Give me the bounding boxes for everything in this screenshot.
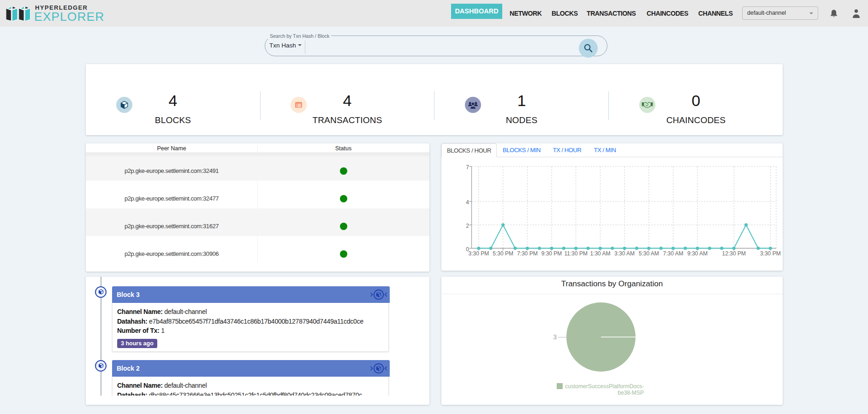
blocks-per-hour-line-chart: 02473:30 PM5:30 PM7:30 PM9:30 PM11:30 PM… xyxy=(441,157,783,271)
peer-row[interactable]: p2p.gke-europe.settlemint.com:30906 xyxy=(86,236,429,264)
blocks-count: 4 xyxy=(127,92,219,110)
chevron-down-icon xyxy=(809,12,813,14)
block-card-3[interactable]: Block 3 Channel Name: default-channel xyxy=(112,286,390,352)
chevron-down-icon[interactable] xyxy=(298,44,302,46)
status-column-header: Status xyxy=(257,145,429,152)
field-label: Channel Name: xyxy=(117,308,163,315)
legend-label-line2: be38-MSP xyxy=(618,390,644,396)
search-label: Search by Txn Hash / Block xyxy=(268,33,331,39)
peers-table-card: Peer Name Status p2p.gke-europe.settlemi… xyxy=(86,143,429,272)
peer-name-column-header: Peer Name xyxy=(86,145,257,152)
svg-text:9:30 PM: 9:30 PM xyxy=(541,250,562,257)
stat-divider xyxy=(608,91,609,120)
navbar: HYPERLEDGER EXPLORER DASHBOARD NETWORK B… xyxy=(0,0,868,27)
search-divider xyxy=(305,41,305,54)
notifications-bell-icon[interactable] xyxy=(830,9,838,18)
svg-text:5:30 PM: 5:30 PM xyxy=(493,250,513,257)
page: HYPERLEDGER EXPLORER DASHBOARD NETWORK B… xyxy=(0,0,868,414)
pie-legend[interactable]: customerSuccessPlatformDocs- be38-MSP xyxy=(534,383,644,396)
peer-row[interactable]: p2p.gke-europe.settlemint.com:32491 xyxy=(86,153,429,181)
blocks-timeline-clip: Block 3 Channel Name: default-channel xyxy=(86,277,429,396)
nav-channels[interactable]: CHANNELS xyxy=(698,0,733,27)
nodes-count: 1 xyxy=(476,92,568,110)
peer-status-dot xyxy=(340,195,347,202)
stat-divider xyxy=(260,91,261,120)
svg-text:4: 4 xyxy=(466,199,469,206)
tx-by-org-pie-chart: 3 xyxy=(441,294,783,382)
stats-card: 4 BLOCKS 4 TRANSACTIONS xyxy=(86,64,783,135)
svg-text:1:30 AM: 1:30 AM xyxy=(590,250,610,257)
block-datahash: dbc88c45c732666e3e13bdc50251c2fc1c5d0fbd… xyxy=(149,391,362,396)
peer-status-dot xyxy=(340,250,347,258)
legend-swatch xyxy=(557,383,563,389)
peer-name: p2p.gke-europe.settlemint.com:30906 xyxy=(86,250,257,257)
tab-blocks-per-hour[interactable]: BLOCKS / HOUR xyxy=(441,143,497,157)
svg-text:12:30 PM: 12:30 PM xyxy=(722,250,746,257)
nav-network[interactable]: NETWORK xyxy=(510,0,542,27)
svg-text:3: 3 xyxy=(553,333,557,341)
block-2-body: Channel Name: default-channel Datahash: … xyxy=(112,377,389,396)
transactions-count: 4 xyxy=(301,92,393,110)
block-2-header: Block 2 xyxy=(112,360,390,377)
peer-row[interactable]: p2p.gke-europe.settlemint.com:32477 xyxy=(86,181,429,208)
block-title: Block 3 xyxy=(117,291,140,298)
user-profile-icon[interactable] xyxy=(852,8,861,18)
blocks-stat-label: BLOCKS xyxy=(104,115,242,125)
nav-dashboard[interactable]: DASHBOARD xyxy=(451,4,502,19)
block-title: Block 2 xyxy=(117,365,140,372)
peer-name: p2p.gke-europe.settlemint.com:32491 xyxy=(86,167,257,174)
tx-by-org-panel: Transactions by Organization 3 customerS… xyxy=(441,277,783,405)
nav-chaincodes[interactable]: CHAINCODES xyxy=(647,0,688,27)
cube-icon xyxy=(98,289,104,295)
tab-blocks-per-min[interactable]: BLOCKS / MIN xyxy=(497,143,547,157)
chaincodes-count: 0 xyxy=(650,92,742,110)
svg-text:3:30 AM: 3:30 AM xyxy=(614,250,635,257)
peer-name: p2p.gke-europe.settlemint.com:32477 xyxy=(86,195,257,202)
field-label: Datahash: xyxy=(117,318,147,325)
brand-explorer: EXPLORER xyxy=(34,10,104,24)
svg-text:7:30 PM: 7:30 PM xyxy=(517,250,538,257)
peer-row[interactable]: p2p.gke-europe.settlemint.com:31627 xyxy=(86,208,429,236)
channel-select-value: default-channel xyxy=(747,10,786,16)
timeline-block-badge xyxy=(95,360,107,372)
metrics-chart-panel: BLOCKS / HOUR BLOCKS / MIN TX / HOUR TX … xyxy=(441,143,783,271)
cube-icon xyxy=(98,363,104,368)
peer-status-dot xyxy=(340,167,347,175)
svg-text:7: 7 xyxy=(466,164,469,171)
svg-text:5:30 AM: 5:30 AM xyxy=(639,250,659,257)
block-cube-expand-icon[interactable] xyxy=(369,289,388,300)
field-label: Channel Name: xyxy=(117,382,163,389)
block-num-tx: 1 xyxy=(161,327,165,334)
transactions-stat-label: TRANSACTIONS xyxy=(278,115,416,125)
block-channel-name: default-channel xyxy=(164,382,207,389)
pie-panel-title: Transactions by Organization xyxy=(441,279,783,289)
block-cube-expand-icon[interactable] xyxy=(369,363,388,374)
channel-select[interactable]: default-channel xyxy=(742,6,818,20)
search-button[interactable] xyxy=(579,39,598,58)
legend-label-line1: customerSuccessPlatformDocs- xyxy=(565,383,644,390)
block-3-body: Channel Name: default-channel Datahash: … xyxy=(112,303,389,352)
block-3-header: Block 3 xyxy=(112,286,390,303)
nav-blocks[interactable]: BLOCKS xyxy=(552,0,578,27)
nav-transactions[interactable]: TRANSACTIONS xyxy=(587,0,636,27)
tab-tx-per-hour[interactable]: TX / HOUR xyxy=(547,143,588,157)
chaincodes-stat-label: CHAINCODES xyxy=(627,115,765,125)
timeline-block-badge xyxy=(95,286,107,298)
block-datahash: e7b4af875bce65457f71dfa43746c1c86b17b400… xyxy=(149,318,363,325)
search-input[interactable] xyxy=(310,39,570,54)
search-icon xyxy=(583,43,594,53)
tab-tx-per-min[interactable]: TX / MIN xyxy=(588,143,622,157)
search-type-select[interactable]: Txn Hash xyxy=(269,42,296,49)
field-label: Datahash: xyxy=(117,391,147,396)
svg-text:9:30 AM: 9:30 AM xyxy=(687,250,707,257)
block-channel-name: default-channel xyxy=(164,308,207,315)
field-label: Number of Tx: xyxy=(117,327,160,334)
block-card-2[interactable]: Block 2 Channel Name: default-channel xyxy=(112,360,390,396)
hyperledger-logo-icon xyxy=(6,6,30,21)
stat-divider xyxy=(434,91,434,120)
peer-status-dot xyxy=(340,223,347,230)
block-age-badge: 3 hours ago xyxy=(117,339,157,348)
svg-text:11:30 PM: 11:30 PM xyxy=(564,250,587,257)
svg-text:3:30 PM: 3:30 PM xyxy=(469,250,489,257)
peer-name: p2p.gke-europe.settlemint.com:31627 xyxy=(86,223,257,230)
